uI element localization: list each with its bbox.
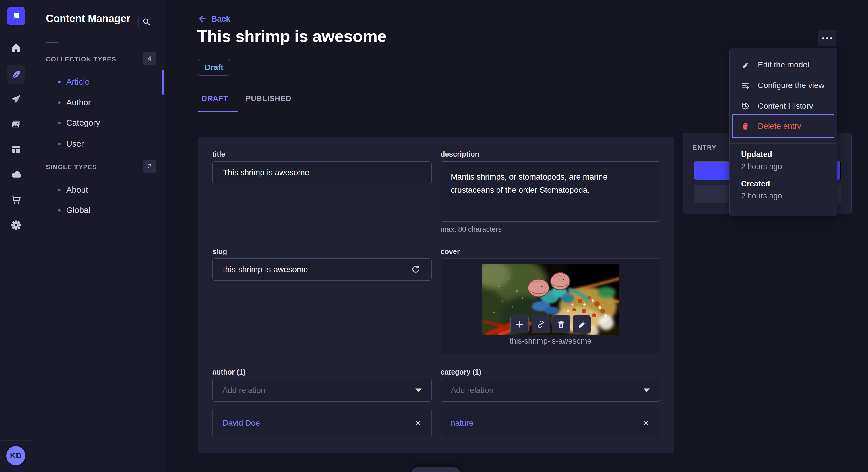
floating-widget-partial[interactable] bbox=[412, 467, 460, 472]
arrow-left-icon bbox=[198, 14, 207, 24]
trash-icon bbox=[557, 320, 566, 329]
user-avatar[interactable]: KD bbox=[6, 446, 25, 465]
section-collection-types: COLLECTION TYPES bbox=[46, 56, 116, 63]
search-icon bbox=[142, 18, 151, 26]
author-label: author (1) bbox=[212, 368, 245, 376]
subnav-item-article[interactable]: Article bbox=[46, 75, 155, 88]
gear-icon bbox=[10, 220, 22, 231]
category-label: category (1) bbox=[441, 368, 482, 376]
relation-link[interactable]: David Doe bbox=[222, 418, 260, 428]
sidebar-item-content-manager[interactable] bbox=[7, 65, 25, 84]
subnav-item-label: Article bbox=[66, 77, 90, 87]
collection-types-count-badge: 4 bbox=[143, 52, 156, 65]
active-tab-indicator bbox=[198, 111, 238, 112]
menu-item-label: Delete entry bbox=[758, 122, 801, 131]
menu-item-label: Content History bbox=[758, 102, 813, 111]
list-plus-icon bbox=[741, 81, 750, 90]
nav-divider-bottom bbox=[0, 440, 32, 441]
created-value: 2 hours ago bbox=[741, 192, 782, 200]
slug-regenerate-button[interactable] bbox=[410, 264, 421, 276]
combobox-placeholder: Add relation bbox=[451, 386, 493, 395]
strapi-logo-icon bbox=[10, 10, 22, 22]
description-hint: max. 80 characters bbox=[441, 225, 502, 233]
subnav-item-user[interactable]: User bbox=[46, 137, 155, 150]
trash-icon bbox=[741, 122, 750, 131]
remove-relation-icon[interactable] bbox=[414, 419, 422, 427]
subnav-item-label: Global bbox=[66, 206, 90, 215]
strapi-logo[interactable] bbox=[7, 7, 25, 25]
sidebar-item-content-type-builder[interactable] bbox=[7, 140, 25, 159]
subnav-item-label: About bbox=[66, 185, 88, 195]
sidebar-item-releases[interactable] bbox=[7, 90, 25, 109]
description-textarea[interactable]: Mantis shrimps, or stomatopods, are mari… bbox=[441, 162, 660, 222]
menu-divider bbox=[730, 143, 837, 144]
home-icon bbox=[10, 42, 22, 54]
subnav-divider bbox=[46, 42, 59, 43]
subnav-item-label: Category bbox=[66, 118, 100, 128]
more-options-button[interactable] bbox=[818, 30, 836, 46]
subnav-item-global[interactable]: Global bbox=[46, 204, 155, 217]
entry-form-card: title description Mantis shrimps, or sto… bbox=[198, 137, 674, 453]
remove-relation-icon[interactable] bbox=[642, 419, 650, 427]
updated-label: Updated bbox=[741, 150, 772, 159]
tab-draft[interactable]: DRAFT bbox=[202, 94, 228, 103]
slug-input[interactable] bbox=[212, 258, 432, 281]
refresh-icon bbox=[410, 264, 421, 275]
bullet-icon bbox=[58, 80, 61, 83]
main-nav-rail: KD bbox=[0, 0, 32, 472]
feather-icon bbox=[10, 69, 22, 80]
cover-add-button[interactable] bbox=[510, 315, 529, 334]
cart-icon bbox=[10, 194, 22, 205]
pencil-icon bbox=[741, 61, 750, 69]
bullet-icon bbox=[58, 142, 61, 145]
search-button[interactable] bbox=[138, 14, 154, 30]
cover-copy-link-button[interactable] bbox=[532, 315, 550, 334]
chevron-down-icon bbox=[644, 388, 650, 392]
author-relation-combobox[interactable]: Add relation bbox=[212, 379, 432, 402]
updated-value: 2 hours ago bbox=[741, 162, 782, 171]
cover-delete-button[interactable] bbox=[552, 315, 570, 334]
menu-item-label: Edit the model bbox=[758, 60, 809, 69]
sidebar-item-home[interactable] bbox=[7, 39, 25, 57]
cover-label: cover bbox=[441, 247, 460, 256]
menu-item-content-history[interactable]: Content History bbox=[730, 98, 837, 115]
sidebar-item-media-library[interactable] bbox=[7, 115, 25, 134]
bullet-icon bbox=[58, 101, 61, 104]
pencil-icon bbox=[577, 320, 586, 329]
category-relation-item: nature bbox=[441, 409, 660, 437]
add-icon bbox=[515, 320, 524, 329]
subnav-item-author[interactable]: Author bbox=[46, 96, 155, 109]
dots-icon bbox=[822, 37, 824, 39]
page-title: This shrimp is awesome bbox=[197, 26, 386, 45]
back-link[interactable]: Back bbox=[198, 14, 230, 24]
menu-item-delete-entry[interactable]: Delete entry bbox=[732, 114, 834, 138]
subnav-item-label: User bbox=[66, 139, 84, 148]
category-relation-combobox[interactable]: Add relation bbox=[441, 379, 660, 402]
cover-image bbox=[482, 264, 619, 335]
sidebar-item-settings[interactable] bbox=[7, 216, 25, 234]
menu-item-label: Configure the view bbox=[758, 81, 825, 90]
cover-edit-button[interactable] bbox=[572, 315, 591, 334]
section-single-types: SINGLE TYPES bbox=[46, 164, 97, 171]
title-label: title bbox=[212, 150, 225, 158]
app-root: KD Content Manager COLLECTION TYPES 4 Ar… bbox=[0, 0, 868, 472]
menu-item-edit-model[interactable]: Edit the model bbox=[730, 56, 837, 73]
bullet-icon bbox=[58, 189, 61, 191]
combobox-placeholder: Add relation bbox=[222, 386, 265, 395]
cover-field-box: this-shrimp-is-awesome bbox=[441, 258, 660, 354]
tab-published[interactable]: PUBLISHED bbox=[246, 94, 291, 103]
subnav-item-category[interactable]: Category bbox=[46, 116, 155, 129]
subnav-scrollbar-thumb[interactable] bbox=[162, 70, 164, 95]
cloud-icon bbox=[10, 169, 22, 180]
bullet-icon bbox=[58, 122, 61, 124]
subnav-item-about[interactable]: About bbox=[46, 183, 155, 196]
relation-link[interactable]: nature bbox=[451, 418, 473, 428]
sidebar-item-marketplace[interactable] bbox=[7, 191, 25, 209]
entry-options-menu: Edit the model Configure the view bbox=[730, 48, 837, 216]
menu-item-configure-view[interactable]: Configure the view bbox=[730, 77, 837, 94]
description-label: description bbox=[441, 150, 479, 158]
cover-caption: this-shrimp-is-awesome bbox=[441, 337, 660, 345]
title-input[interactable] bbox=[212, 162, 432, 184]
sidebar-item-deploy[interactable] bbox=[7, 165, 25, 183]
subnav-item-label: Author bbox=[66, 98, 91, 107]
